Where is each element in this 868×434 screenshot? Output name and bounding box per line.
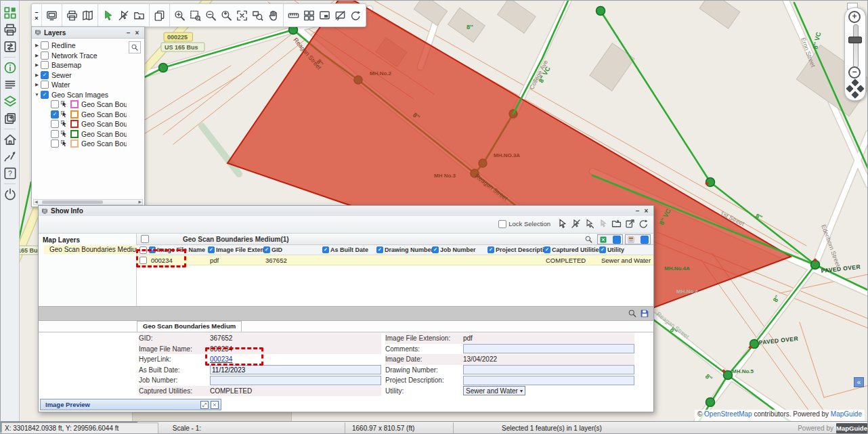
image-preview-bar[interactable]: Image Preview — [40, 399, 221, 410]
layers-minimize-button[interactable]: – — [124, 28, 133, 37]
overview-map-button[interactable] — [317, 7, 332, 24]
sidebar-add-window-button[interactable] — [3, 111, 18, 126]
layer-checkbox[interactable]: ✓ — [41, 91, 49, 99]
column-header[interactable]: ✓Drawing Number — [376, 245, 432, 255]
pan-left-button[interactable] — [846, 85, 853, 92]
scrollbar-thumb[interactable] — [42, 200, 103, 204]
tile-view-button[interactable] — [301, 7, 317, 24]
utility-select[interactable]: Sewer and Water▾ — [463, 386, 525, 395]
zoom-out-slider-button[interactable]: − — [848, 66, 861, 79]
grid-search-button[interactable] — [584, 235, 593, 244]
sublayer-checkbox[interactable]: ✓ — [51, 110, 59, 118]
report-export-checkbox[interactable] — [641, 236, 649, 244]
column-checkbox[interactable]: ✓ — [208, 246, 215, 253]
scroll-right-arrow-icon[interactable]: ▶ — [138, 200, 142, 204]
toolbar-close-button[interactable]: × — [35, 16, 38, 22]
column-header[interactable]: ✓As Built Date — [322, 245, 376, 255]
row-cell[interactable] — [432, 255, 487, 265]
select-all-checkbox[interactable] — [141, 235, 149, 243]
column-checkbox[interactable]: ✓ — [599, 246, 606, 253]
sidebar-list-button[interactable] — [3, 77, 18, 92]
column-header[interactable]: ✓Image File Extensi... — [208, 245, 263, 255]
select-button[interactable] — [100, 7, 116, 24]
zoom-rect-button[interactable] — [188, 7, 203, 24]
excel-export-checkbox[interactable] — [613, 236, 621, 244]
clear-select-button[interactable] — [116, 7, 131, 24]
sublayer-item[interactable]: Geo Scan Boundari — [33, 100, 127, 110]
tab-geo-scan-boundaries-medium[interactable]: Geo Scan Boundaries Medium — [137, 321, 242, 332]
layer-checkbox[interactable] — [41, 61, 49, 69]
zoom-slider-handle[interactable] — [848, 37, 862, 43]
chevron-right-icon[interactable]: ▶ — [33, 62, 41, 68]
sublayer-item[interactable]: Geo Scan Boundari — [33, 139, 127, 149]
openstreetmap-link[interactable]: OpenStreetMap — [704, 410, 752, 418]
layer-item[interactable]: ▶Network Trace — [33, 51, 127, 61]
as-built-date-input[interactable] — [210, 365, 381, 374]
sidebar-swap-button[interactable] — [3, 39, 18, 54]
column-checkbox[interactable]: ✓ — [487, 246, 494, 253]
zoom-slider-track[interactable] — [853, 24, 859, 68]
chevron-right-icon[interactable]: ▶ — [33, 43, 41, 48]
sublayer-checkbox[interactable] — [51, 139, 59, 148]
zoom-out-button[interactable] — [203, 7, 219, 24]
save-button[interactable] — [640, 309, 649, 318]
show-info-header[interactable]: Show Info – × — [39, 206, 653, 217]
zoom-select-button[interactable] — [250, 7, 265, 24]
sidebar-power-button[interactable] — [3, 187, 18, 202]
chevron-right-icon[interactable]: ▶ — [33, 53, 41, 58]
layer-item[interactable]: ▼✓Geo Scan Images — [33, 90, 127, 100]
row-cell[interactable]: pdf — [208, 255, 263, 265]
map-layers-item[interactable]: Geo Scan Boundaries Medium(1) — [44, 245, 139, 254]
column-checkbox[interactable]: ✓ — [376, 246, 383, 253]
column-header[interactable]: ✓Project Description — [487, 245, 544, 255]
layer-checkbox[interactable] — [41, 81, 49, 89]
show-info-close-button[interactable]: × — [642, 207, 651, 215]
detail-search-button[interactable] — [628, 309, 637, 318]
add-folder-button[interactable] — [611, 218, 622, 230]
column-header[interactable]: ✓Job Number — [432, 245, 487, 255]
select-outline-button[interactable] — [557, 218, 568, 230]
column-header[interactable]: ✓Utility — [599, 245, 655, 255]
layers-close-button[interactable]: × — [133, 28, 142, 37]
measure-button[interactable] — [286, 7, 301, 24]
show-info-minimize-button[interactable]: – — [633, 207, 642, 215]
layers-panel-header[interactable]: Layers – × — [32, 27, 144, 39]
sidebar-help-button[interactable]: ? — [3, 166, 18, 181]
pan-button[interactable] — [265, 7, 281, 24]
refresh-button[interactable] — [348, 7, 364, 24]
layer-checkbox[interactable]: ✓ — [41, 71, 49, 79]
column-header[interactable]: ✓GID — [263, 245, 322, 255]
zoom-in-slider-button[interactable]: + — [848, 11, 861, 23]
sublayer-checkbox[interactable] — [51, 130, 59, 138]
chevron-right-icon[interactable]: ▶ — [33, 72, 41, 78]
sublayer-item[interactable]: Geo Scan Boundari — [33, 119, 127, 129]
pan-right-button[interactable] — [856, 85, 864, 92]
comments-input[interactable] — [463, 344, 634, 353]
layers-horizontal-scrollbar[interactable]: ◀ ▶ — [33, 199, 143, 205]
sublayer-item[interactable]: ✓Geo Scan Boundari — [33, 110, 127, 120]
table-row[interactable]: 000234pdf367652COMPLETEDSewer and Water — [137, 255, 653, 265]
open-window-button[interactable] — [624, 218, 636, 230]
clear-select-button[interactable] — [570, 218, 582, 230]
layer-item[interactable]: ▶Water — [33, 80, 127, 90]
zoom-extents-button[interactable] — [234, 7, 250, 24]
row-cell[interactable]: COMPLETED — [544, 255, 599, 265]
chevron-right-icon[interactable]: ▶ — [33, 82, 41, 87]
hide-labels-button[interactable] — [332, 7, 348, 24]
column-header[interactable]: ✓Captured Utilities — [544, 245, 599, 255]
layer-checkbox[interactable] — [41, 41, 49, 49]
row-cell[interactable] — [376, 255, 432, 265]
image-preview-close-button[interactable] — [211, 401, 219, 409]
pan-up-button[interactable] — [851, 79, 859, 86]
sublayer-item[interactable]: Geo Scan Boundari — [33, 129, 127, 139]
mapguide-link[interactable]: MapGuide — [831, 410, 862, 418]
report-export-icon[interactable] — [627, 236, 635, 244]
column-checkbox[interactable]: ✓ — [432, 246, 439, 253]
excel-export-icon[interactable] — [599, 236, 607, 244]
zoom-in-button[interactable] — [172, 7, 188, 24]
screen-preview-button[interactable] — [44, 7, 60, 24]
lock-selection-checkbox[interactable] — [498, 220, 506, 228]
job-number-input[interactable] — [210, 376, 381, 385]
row-cell[interactable] — [322, 255, 376, 265]
image-preview-expand-button[interactable] — [200, 401, 209, 409]
